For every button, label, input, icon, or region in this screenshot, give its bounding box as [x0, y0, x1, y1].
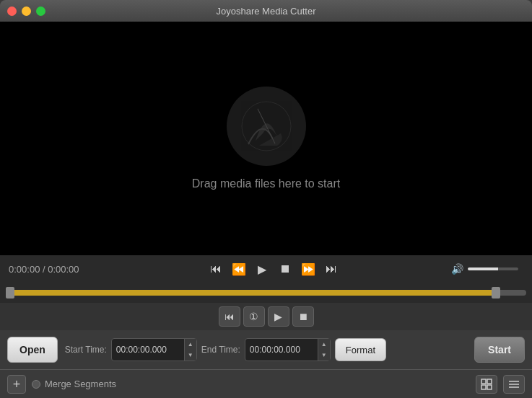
app-title: Joyoshare Media Cutter — [216, 6, 315, 17]
video-area: Drag media files here to start — [0, 22, 532, 255]
start-time-input[interactable] — [112, 345, 184, 355]
segment-list-button[interactable] — [503, 375, 525, 394]
start-time-spinner: ▲ ▼ — [184, 339, 196, 361]
timeline-area[interactable] — [0, 283, 532, 303]
end-time-input[interactable] — [245, 345, 318, 355]
start-time-up[interactable]: ▲ — [185, 339, 196, 350]
volume-icon: 🔊 — [451, 263, 463, 275]
edit-controls: ⏮ ① ▶ ⏹ — [0, 303, 532, 330]
media-icon — [241, 101, 292, 151]
merge-dot — [32, 380, 40, 389]
time-inputs: Start Time: ▲ ▼ End Time: ▲ ▼ Format — [65, 338, 467, 361]
svg-rect-5 — [487, 385, 492, 389]
timeline-handle-left[interactable] — [6, 287, 14, 298]
timeline-handle-right[interactable] — [492, 287, 500, 298]
skip-to-start-button[interactable]: ⏮ — [206, 259, 226, 279]
step-back-button[interactable]: ⏪ — [229, 259, 249, 279]
skip-to-end-button[interactable]: ⏭ — [321, 259, 341, 279]
volume-slider[interactable] — [468, 267, 518, 270]
open-button[interactable]: Open — [7, 337, 58, 363]
stop-button[interactable]: ⏹ — [275, 259, 295, 279]
end-time-spinner: ▲ ▼ — [318, 339, 330, 361]
svg-rect-3 — [487, 379, 492, 384]
add-segment-button[interactable]: + — [7, 375, 26, 394]
step-forward-button[interactable]: ⏩ — [298, 259, 318, 279]
start-time-input-group: ▲ ▼ — [111, 338, 197, 361]
play-button[interactable]: ▶ — [252, 259, 272, 279]
end-time-input-group: ▲ ▼ — [245, 338, 331, 361]
grid-icon — [481, 379, 492, 390]
merge-segments-label: Merge Segments — [45, 379, 116, 389]
end-time-label: End Time: — [201, 345, 240, 355]
end-time-down[interactable]: ▼ — [318, 350, 330, 361]
start-time-label: Start Time: — [65, 345, 107, 355]
list-icon — [508, 379, 520, 390]
placeholder-icon — [227, 87, 306, 166]
play-segment-button[interactable]: ▶ — [268, 306, 289, 327]
merge-label-group: Merge Segments — [32, 379, 470, 389]
controls-bar: 0:00:00 / 0:00:00 ⏮ ⏪ ▶ ⏹ ⏩ ⏭ 🔊 — [0, 255, 532, 283]
start-button[interactable]: Start — [474, 337, 525, 363]
maximize-button[interactable] — [36, 6, 45, 16]
start-time-down[interactable]: ▼ — [185, 350, 196, 361]
segments-bar: + Merge Segments — [0, 369, 532, 398]
volume-section: 🔊 — [451, 263, 523, 275]
segment-grid-button[interactable] — [476, 375, 497, 394]
drag-prompt: Drag media files here to start — [192, 177, 340, 190]
timeline-track[interactable] — [6, 290, 526, 296]
go-to-start-button[interactable]: ⏮ — [219, 306, 240, 327]
svg-rect-4 — [481, 385, 486, 389]
format-button[interactable]: Format — [335, 338, 386, 361]
bottom-bar: Open Start Time: ▲ ▼ End Time: ▲ ▼ Forma… — [0, 330, 532, 369]
time-display: 0:00:00 / 0:00:00 — [9, 264, 95, 275]
end-time-up[interactable]: ▲ — [318, 339, 330, 350]
minimize-button[interactable] — [22, 6, 31, 16]
close-button[interactable] — [7, 6, 17, 16]
titlebar: Joyoshare Media Cutter — [0, 0, 532, 22]
svg-rect-2 — [481, 379, 486, 384]
mark-out-button[interactable]: ⏹ — [292, 306, 314, 327]
window-controls — [7, 6, 45, 16]
playback-controls: ⏮ ⏪ ▶ ⏹ ⏩ ⏭ — [103, 259, 444, 279]
mark-in-button[interactable]: ① — [243, 306, 265, 327]
